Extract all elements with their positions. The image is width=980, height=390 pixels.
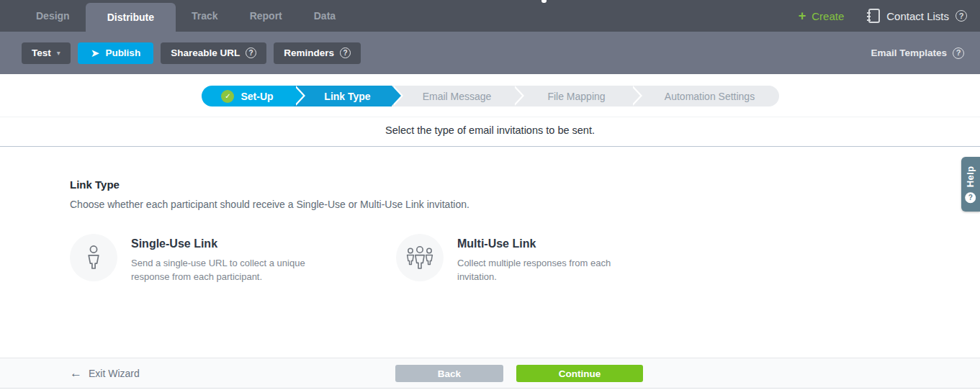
back-button[interactable]: Back: [395, 365, 503, 382]
step-link-type[interactable]: Link Type: [294, 86, 392, 106]
exit-wizard-label: Exit Wizard: [89, 368, 140, 379]
option-text: Single-Use Link Send a single-use URL to…: [131, 234, 313, 284]
main-tabs: Design Distribute Track Report Data: [0, 0, 351, 32]
step-label: Link Type: [324, 91, 370, 102]
contact-lists-help-icon[interactable]: ?: [956, 10, 967, 22]
test-label: Test: [32, 47, 51, 58]
create-button[interactable]: + Create: [799, 9, 845, 22]
option-description: Collect multiple responses from each inv…: [457, 256, 639, 284]
tab-track[interactable]: Track: [176, 0, 234, 32]
reminders-help-icon: ?: [340, 47, 351, 58]
help-tab[interactable]: ? Help: [961, 157, 980, 212]
option-multi-use-link[interactable]: Multi-Use Link Collect multiple response…: [396, 234, 639, 284]
publish-label: Publish: [105, 47, 140, 58]
exit-wizard-link[interactable]: ← Exit Wizard: [70, 358, 140, 388]
multi-person-icon: [396, 234, 444, 281]
section-title: Link Type: [70, 178, 980, 191]
step-set-up[interactable]: ✓ Set-Up: [202, 86, 294, 106]
section-description: Choose whether each participant should r…: [70, 199, 980, 210]
clipped-page-title-fragment: [541, 0, 547, 3]
link-type-options: Single-Use Link Send a single-use URL to…: [70, 234, 980, 284]
link-type-panel: Link Type Choose whether each participan…: [0, 147, 980, 358]
tab-data[interactable]: Data: [298, 0, 351, 32]
test-dropdown[interactable]: Test ▾: [22, 42, 71, 64]
reminders-label: Reminders: [284, 47, 334, 58]
email-templates-link[interactable]: Email Templates ?: [871, 47, 964, 59]
check-icon: ✓: [221, 90, 234, 103]
chevron-down-icon: ▾: [57, 49, 60, 57]
create-label: Create: [812, 10, 844, 22]
email-templates-label: Email Templates: [871, 47, 947, 58]
step-automation-settings[interactable]: Automation Settings: [631, 86, 779, 106]
step-label: Email Message: [423, 91, 492, 102]
contact-lists-label: Contact Lists: [886, 10, 949, 22]
send-icon: ➤: [91, 47, 100, 58]
help-tab-inner: ? Help: [966, 165, 976, 202]
option-title: Multi-Use Link: [457, 237, 639, 250]
publish-button[interactable]: ➤ Publish: [78, 42, 153, 64]
step-label: File Mapping: [547, 91, 605, 102]
step-email-message[interactable]: Email Message: [392, 86, 513, 106]
step-label: Automation Settings: [665, 91, 755, 102]
option-text: Multi-Use Link Collect multiple response…: [457, 234, 639, 284]
tab-design[interactable]: Design: [20, 0, 86, 32]
shareable-url-label: Shareable URL: [171, 47, 240, 58]
topbar-right: + Create Contact Lists ?: [799, 0, 980, 32]
option-single-use-link[interactable]: Single-Use Link Send a single-use URL to…: [70, 234, 313, 284]
help-label: Help: [966, 165, 976, 186]
shareable-url-help-icon: ?: [246, 47, 256, 58]
distribute-toolbar: Test ▾ ➤ Publish Shareable URL ? Reminde…: [0, 32, 980, 74]
tab-report[interactable]: Report: [234, 0, 298, 32]
arrow-left-icon: ←: [70, 367, 82, 379]
tab-label: Distribute: [107, 12, 154, 23]
plus-icon: +: [799, 9, 806, 22]
contact-lists-button[interactable]: Contact Lists ?: [868, 9, 967, 23]
tab-label: Data: [314, 10, 336, 22]
tab-label: Design: [36, 10, 70, 22]
contact-lists-icon: [868, 9, 880, 23]
help-question-icon: ?: [966, 192, 976, 203]
wizard-steps-strip: ✓ Set-Up Link Type Email Message File Ma…: [0, 74, 980, 117]
shareable-url-button[interactable]: Shareable URL ?: [161, 42, 266, 64]
option-title: Single-Use Link: [131, 237, 313, 250]
wizard-steps: ✓ Set-Up Link Type Email Message File Ma…: [202, 86, 779, 106]
tab-distribute[interactable]: Distribute: [86, 3, 176, 32]
email-templates-help-icon: ?: [953, 47, 964, 59]
continue-button[interactable]: Continue: [516, 365, 643, 382]
step-label: Set-Up: [240, 91, 273, 102]
single-person-icon: [70, 234, 117, 281]
tab-label: Report: [250, 10, 282, 22]
tab-label: Track: [192, 10, 218, 22]
wizard-footer: ← Exit Wizard Back Continue: [0, 358, 980, 389]
reminders-button[interactable]: Reminders ?: [274, 42, 361, 64]
step-file-mapping[interactable]: File Mapping: [513, 86, 631, 106]
option-description: Send a single-use URL to collect a uniqu…: [131, 256, 313, 284]
step-instruction: Select the type of email invitations to …: [0, 117, 980, 147]
top-nav-bar: Design Distribute Track Report Data + Cr…: [0, 0, 980, 32]
